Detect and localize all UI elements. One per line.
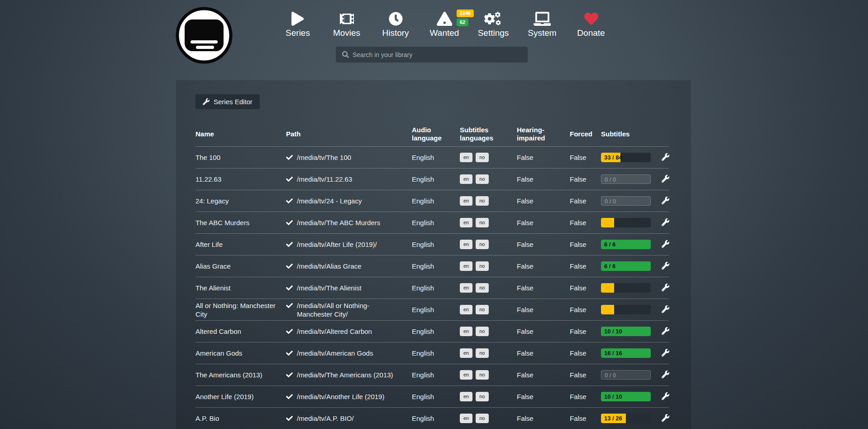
subtitles-progress-bar: 16 / 16 bbox=[601, 348, 651, 358]
nav-item-movies[interactable]: Movies bbox=[322, 11, 371, 38]
nav-item-donate[interactable]: Donate bbox=[567, 11, 615, 38]
series-row: The 100/media/tv/The 100EnglishennoFalse… bbox=[196, 146, 669, 168]
language-badge-en: en bbox=[460, 283, 472, 293]
series-path-cell: /media/tv/The 100 bbox=[286, 153, 412, 162]
series-name-cell[interactable]: American Gods bbox=[196, 349, 286, 357]
series-name-cell[interactable]: After Life bbox=[196, 240, 286, 249]
series-row: The Americans (2013)/media/tv/The Americ… bbox=[196, 364, 669, 386]
column-header-forced: Forced bbox=[570, 130, 601, 138]
language-badge-en: en bbox=[460, 240, 472, 249]
subtitles-progress-bar bbox=[601, 283, 651, 293]
subtitles-progress-bar: 13 / 26 bbox=[601, 414, 651, 423]
search-input[interactable] bbox=[353, 51, 523, 58]
app-logo[interactable] bbox=[176, 7, 233, 64]
series-name-cell[interactable]: The Americans (2013) bbox=[196, 371, 286, 379]
edit-series-cell bbox=[662, 262, 675, 271]
audio-language-cell: English bbox=[412, 241, 460, 248]
hearing-impaired-cell: False bbox=[517, 393, 570, 400]
edit-series-wrench-icon[interactable] bbox=[662, 197, 669, 204]
series-name-cell[interactable]: 11.22.63 bbox=[196, 175, 286, 183]
series-path-cell: /media/tv/The Alienist bbox=[286, 284, 412, 292]
series-name-cell[interactable]: The Alienist bbox=[196, 284, 286, 292]
logo-subtitle-line-2 bbox=[196, 46, 214, 49]
hearing-impaired-cell: False bbox=[517, 415, 570, 422]
series-name-cell[interactable]: All or Nothing: Manchester City bbox=[196, 301, 286, 318]
nav-item-system[interactable]: System bbox=[518, 11, 567, 38]
series-name-cell[interactable]: A.P. Bio bbox=[196, 414, 286, 423]
hearing-impaired-cell: False bbox=[517, 175, 570, 183]
edit-series-wrench-icon[interactable] bbox=[662, 284, 669, 291]
language-badge-no: no bbox=[476, 153, 488, 162]
main-nav: SeriesMoviesHistoryWanted224662SettingsS… bbox=[273, 11, 615, 38]
edit-series-wrench-icon[interactable] bbox=[662, 371, 669, 378]
hearing-impaired-cell: False bbox=[517, 284, 570, 292]
series-name-cell[interactable]: Another Life (2019) bbox=[196, 392, 286, 401]
subtitles-progress-cell: 13 / 26 bbox=[601, 414, 662, 423]
path-text: /media/tv/A.P. BIO/ bbox=[297, 414, 354, 423]
language-badge-en: en bbox=[460, 196, 472, 206]
audio-language-cell: English bbox=[412, 328, 460, 335]
nav-item-history[interactable]: History bbox=[371, 11, 420, 38]
series-name-cell[interactable]: Alias Grace bbox=[196, 262, 286, 270]
forced-cell: False bbox=[570, 371, 601, 379]
series-name-cell[interactable]: Altered Carbon bbox=[196, 327, 286, 336]
wrench-icon bbox=[203, 98, 210, 105]
series-path-cell: /media/tv/American Gods bbox=[286, 349, 412, 357]
series-path-cell: /media/tv/The ABC Murders bbox=[286, 218, 412, 227]
language-badge-no: no bbox=[476, 218, 488, 227]
edit-series-wrench-icon[interactable] bbox=[662, 305, 669, 313]
series-path-cell: /media/tv/Another Life (2019) bbox=[286, 392, 412, 401]
edit-series-wrench-icon[interactable] bbox=[662, 349, 669, 357]
nav-label: System bbox=[518, 28, 567, 38]
nav-item-settings[interactable]: Settings bbox=[469, 11, 518, 38]
forced-cell: False bbox=[570, 349, 601, 357]
forced-cell: False bbox=[570, 197, 601, 205]
series-row: American Gods/media/tv/American GodsEngl… bbox=[196, 342, 669, 364]
series-editor-button[interactable]: Series Editor bbox=[196, 94, 260, 109]
warning-icon bbox=[437, 12, 453, 26]
language-badge-no: no bbox=[476, 305, 488, 314]
edit-series-cell bbox=[662, 371, 675, 380]
column-header-audio-language: Audio language bbox=[412, 126, 460, 142]
path-text: /media/tv/American Gods bbox=[297, 349, 373, 357]
check-icon bbox=[286, 371, 293, 378]
edit-series-wrench-icon[interactable] bbox=[662, 327, 669, 335]
nav-icon-wrap bbox=[518, 11, 567, 26]
series-row: All or Nothing: Manchester City/media/tv… bbox=[196, 299, 669, 320]
series-row: Altered Carbon/media/tv/Altered CarbonEn… bbox=[196, 320, 669, 342]
series-name-cell[interactable]: The 100 bbox=[196, 153, 286, 162]
nav-icon-wrap bbox=[371, 11, 420, 26]
series-name-cell[interactable]: 24: Legacy bbox=[196, 197, 286, 205]
series-path-cell: /media/tv/Altered Carbon bbox=[286, 327, 412, 336]
audio-language-cell: English bbox=[412, 371, 460, 379]
language-badge-no: no bbox=[476, 261, 488, 271]
subtitles-progress-bar: 0 / 0 bbox=[601, 370, 651, 380]
series-table: NamePathAudio languageSubtitles language… bbox=[196, 121, 669, 429]
edit-series-wrench-icon[interactable] bbox=[662, 392, 669, 400]
path-text: /media/tv/All or Nothing- Manchester Cit… bbox=[297, 301, 406, 318]
path-text: /media/tv/11.22.63 bbox=[297, 175, 352, 183]
forced-cell: False bbox=[570, 262, 601, 270]
subtitles-progress-cell: 0 / 0 bbox=[601, 174, 662, 184]
content-panel: Series Editor NamePathAudio languageSubt… bbox=[176, 80, 691, 429]
nav-item-wanted[interactable]: Wanted224662 bbox=[420, 11, 469, 38]
laptop-icon bbox=[534, 12, 551, 26]
subtitle-languages-cell: enno bbox=[460, 196, 517, 206]
forced-cell: False bbox=[570, 175, 601, 183]
progress-label: 0 / 0 bbox=[605, 175, 616, 184]
path-text: /media/tv/24 - Legacy bbox=[297, 197, 362, 205]
edit-series-wrench-icon[interactable] bbox=[662, 262, 669, 270]
audio-language-cell: English bbox=[412, 154, 460, 161]
nav-item-series[interactable]: Series bbox=[273, 11, 322, 38]
check-icon bbox=[286, 302, 293, 309]
series-path-cell: /media/tv/11.22.63 bbox=[286, 175, 412, 183]
edit-series-wrench-icon[interactable] bbox=[662, 414, 669, 422]
edit-series-wrench-icon[interactable] bbox=[662, 218, 669, 226]
subtitles-progress-cell: 10 / 10 bbox=[601, 327, 662, 336]
series-name-cell[interactable]: The ABC Murders bbox=[196, 218, 286, 227]
edit-series-wrench-icon[interactable] bbox=[662, 153, 669, 161]
column-header-subtitles: Subtitles bbox=[601, 130, 662, 138]
edit-series-wrench-icon[interactable] bbox=[662, 240, 669, 248]
edit-series-wrench-icon[interactable] bbox=[662, 175, 669, 183]
subtitle-languages-cell: enno bbox=[460, 370, 517, 380]
